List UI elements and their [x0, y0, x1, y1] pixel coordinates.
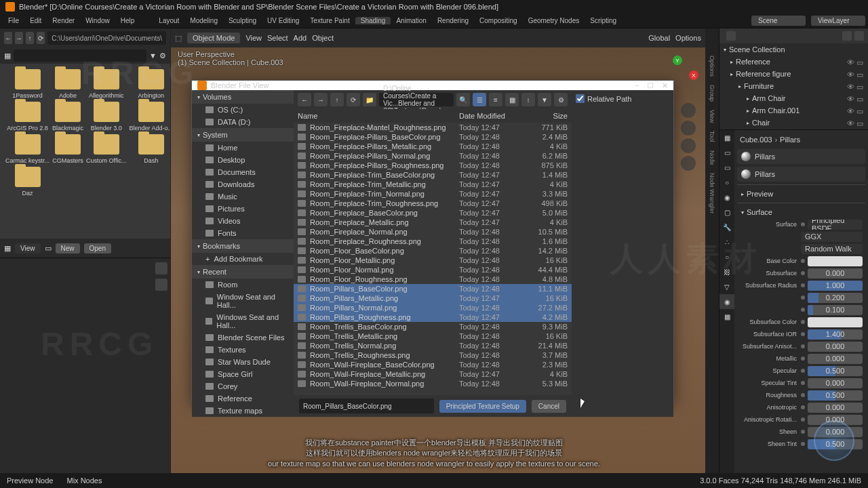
- sidebar-item[interactable]: DATA (D:): [192, 116, 294, 128]
- view-tab-icon[interactable]: ▭: [719, 160, 734, 175]
- property-value[interactable]: 1.400: [808, 329, 863, 340]
- file-row[interactable]: Room_Fireplace-Trim_BaseColor.pngToday 1…: [294, 170, 572, 180]
- property-value[interactable]: 0.500: [808, 366, 863, 376]
- list-view-icon[interactable]: ☰: [473, 93, 486, 106]
- scene-selector[interactable]: Scene: [751, 16, 806, 26]
- hand-icon[interactable]: [155, 279, 167, 291]
- folder-item[interactable]: Allegorithmic: [86, 69, 126, 99]
- file-row[interactable]: Room_Fireplace-Pillars_Roughness.pngToda…: [294, 161, 572, 170]
- side-tab[interactable]: Group: [709, 85, 715, 102]
- search-icon[interactable]: 🔍: [456, 93, 470, 106]
- preview-section[interactable]: ▸Preview: [737, 188, 865, 200]
- menu-window[interactable]: Window: [80, 17, 115, 24]
- sidebar-item[interactable]: Videos: [192, 215, 294, 227]
- folder-item[interactable]: Arbington: [129, 69, 170, 99]
- sidebar-item[interactable]: Pictures: [192, 203, 294, 215]
- open-button[interactable]: Open: [84, 243, 111, 253]
- new-folder-icon[interactable]: 📁: [363, 93, 376, 106]
- outliner-filter-icon[interactable]: [842, 31, 852, 41]
- sort-icon[interactable]: ↕: [521, 93, 535, 106]
- sidebar-item[interactable]: Windows Seat and Hall...: [192, 311, 294, 331]
- filter-icon[interactable]: ▼: [538, 93, 551, 106]
- object-tab-icon[interactable]: ▢: [719, 205, 734, 220]
- file-row[interactable]: Room_Floor_Metallic.pngToday 12:4816 KiB: [294, 256, 572, 265]
- outliner-new-icon[interactable]: [854, 31, 864, 41]
- list-view2-icon[interactable]: ≡: [489, 93, 502, 106]
- menu-render[interactable]: Render: [47, 17, 80, 24]
- property-value[interactable]: 0.000: [808, 268, 863, 279]
- file-row[interactable]: Room_Floor_BaseColor.pngToday 12:4814.2 …: [294, 246, 572, 256]
- folder-item[interactable]: Daz: [5, 167, 50, 197]
- file-row[interactable]: Room_Wall-Fireplace_Normal.pngToday 12:4…: [294, 379, 572, 388]
- nav-fwd-icon[interactable]: →: [15, 32, 23, 44]
- move-gizmo-icon[interactable]: [681, 121, 696, 136]
- nav-back-icon[interactable]: ←: [4, 32, 12, 44]
- filter-field[interactable]: [14, 49, 146, 62]
- new-button[interactable]: New: [56, 243, 80, 253]
- file-row[interactable]: Room_Trellis_Metallic.pngToday 12:4816 K…: [294, 331, 572, 341]
- file-row[interactable]: Room_Wall-Fireplace_Metallic.pngToday 12…: [294, 369, 572, 379]
- file-row[interactable]: Room_Floor_Normal.pngToday 12:4844.4 MiB: [294, 265, 572, 274]
- file-row[interactable]: Room_Pillars_BaseColor.pngToday 12:4811.…: [294, 284, 572, 293]
- gear-icon[interactable]: ⚙: [554, 93, 568, 106]
- file-row[interactable]: Room_Fireplace_Normal.pngToday 12:4810.5…: [294, 227, 572, 237]
- sidebar-item[interactable]: Star Wars Dude: [192, 356, 294, 368]
- file-row[interactable]: Room_Trellis_Roughness.pngToday 12:483.7…: [294, 350, 572, 360]
- editor-type-icon[interactable]: ⬚: [175, 34, 182, 43]
- side-tab[interactable]: View: [709, 110, 715, 123]
- workspace-tab[interactable]: Scripting: [585, 17, 622, 24]
- sidebar-item[interactable]: Space Girl: [192, 368, 294, 380]
- sidebar-item[interactable]: Fonts: [192, 227, 294, 239]
- data-tab-icon[interactable]: ▽: [719, 279, 734, 294]
- crumb-object[interactable]: Cube.003: [740, 136, 772, 144]
- side-tab[interactable]: Tool: [709, 131, 715, 142]
- image-icon[interactable]: ▭: [45, 244, 52, 253]
- add-menu[interactable]: Add: [294, 34, 307, 42]
- camera-gizmo-icon[interactable]: [681, 138, 696, 153]
- distribution-dropdown[interactable]: GGX: [801, 232, 863, 242]
- folder-item[interactable]: CGMasters: [52, 134, 83, 164]
- property-value[interactable]: 0.000: [808, 378, 863, 388]
- sidebar-item[interactable]: Downloads: [192, 178, 294, 190]
- recent-header[interactable]: ▾Recent: [192, 265, 294, 279]
- constraint-tab-icon[interactable]: ⛓: [719, 264, 734, 279]
- dialog-path[interactable]: D:\Online Courses\Create a Vic...Blender…: [379, 93, 454, 106]
- zoom-icon[interactable]: [155, 262, 167, 274]
- sidebar-item[interactable]: Corey: [192, 380, 294, 392]
- folder-item[interactable]: Blender Add-o...: [129, 102, 170, 131]
- options-dropdown[interactable]: Options: [675, 34, 701, 42]
- sidebar-item[interactable]: Texture maps: [192, 405, 294, 417]
- particle-tab-icon[interactable]: ∴: [719, 235, 734, 249]
- file-row[interactable]: Room_Pillars_Metallic.pngToday 12:4716 K…: [294, 293, 572, 303]
- sidebar-item[interactable]: Desktop: [192, 154, 294, 166]
- property-value[interactable]: 0.000: [808, 354, 863, 364]
- workspace-tab[interactable]: Sculpting: [223, 17, 262, 24]
- file-row[interactable]: Room_Fireplace-Mantel_Roughness.pngToday…: [294, 123, 572, 132]
- property-value[interactable]: 0.000: [808, 342, 863, 352]
- folder-item[interactable]: Blender 3.0: [86, 102, 126, 131]
- outliner-mode-icon[interactable]: [726, 31, 736, 41]
- file-row[interactable]: Room_Fireplace-Pillars_Normal.pngToday 1…: [294, 151, 572, 161]
- material-slot[interactable]: Pillars: [737, 149, 865, 164]
- workspace-tab[interactable]: UV Editing: [262, 17, 304, 24]
- surface-section[interactable]: ▾Surface: [737, 206, 865, 218]
- material-name-field[interactable]: Pillars: [737, 167, 865, 182]
- object-menu[interactable]: Object: [312, 34, 334, 42]
- file-row[interactable]: Room_Fireplace_BaseColor.pngToday 12:475…: [294, 208, 572, 218]
- sidebar-item[interactable]: Window Seat and Hall...: [192, 291, 294, 311]
- editor-type-icon[interactable]: ▦: [4, 244, 11, 253]
- col-size[interactable]: Size: [520, 112, 568, 120]
- view-menu[interactable]: View: [245, 34, 262, 42]
- file-row[interactable]: Room_Pillars_Roughness.pngToday 12:474.2…: [294, 312, 572, 322]
- sss-method-dropdown[interactable]: Random Walk: [801, 244, 863, 254]
- property-value[interactable]: 0.000: [808, 415, 863, 425]
- sidebar-item[interactable]: Blender Scene Files: [192, 331, 294, 344]
- outliner-item[interactable]: ▾Scene Collection: [719, 43, 868, 56]
- nav-up-icon[interactable]: ↑: [26, 32, 34, 44]
- outliner-item[interactable]: ▸Reference👁▭: [719, 56, 868, 68]
- col-date[interactable]: Date Modified: [459, 112, 520, 120]
- file-row[interactable]: Room_Fireplace-Trim_Roughness.pngToday 1…: [294, 199, 572, 208]
- workspace-tab[interactable]: Compositing: [474, 17, 523, 24]
- volumes-header[interactable]: ▾Volumes: [192, 90, 294, 104]
- scene-tab-icon[interactable]: ○: [719, 175, 734, 190]
